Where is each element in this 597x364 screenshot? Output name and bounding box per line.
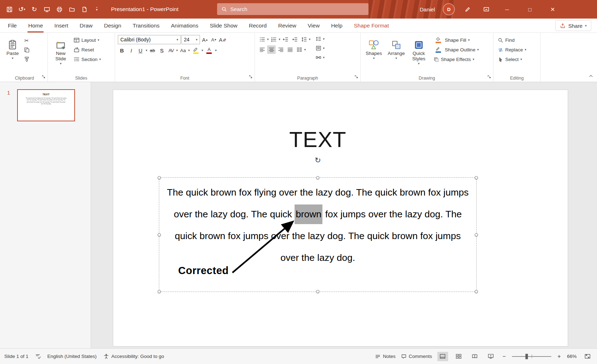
- find-button[interactable]: Find: [496, 36, 528, 45]
- undo-button[interactable]: ↺▾: [17, 4, 27, 15]
- clear-formatting-button[interactable]: A: [219, 35, 227, 44]
- tab-animations[interactable]: Animations: [165, 19, 204, 32]
- zoom-slider[interactable]: [512, 356, 551, 357]
- text-highlight-color-button[interactable]: [191, 46, 201, 55]
- shrink-font-button[interactable]: A▾: [210, 35, 218, 44]
- tab-help[interactable]: Help: [325, 19, 348, 32]
- share-button[interactable]: Share ▾: [555, 20, 591, 31]
- ink-button[interactable]: [463, 4, 473, 15]
- italic-button[interactable]: I: [127, 46, 135, 55]
- accessibility-checker[interactable]: Accessibility: Good to go: [103, 353, 164, 359]
- zoom-level[interactable]: 66%: [567, 354, 577, 359]
- zoom-in-button[interactable]: +: [557, 353, 562, 360]
- text-shadow-button[interactable]: S: [158, 46, 166, 55]
- minimize-button[interactable]: ─: [500, 0, 514, 19]
- cut-button[interactable]: ✂: [22, 36, 31, 45]
- slideshow-view-button[interactable]: [486, 352, 496, 361]
- grow-font-button[interactable]: A▴: [201, 35, 209, 44]
- reading-view-button[interactable]: [470, 352, 480, 361]
- arrange-button[interactable]: Arrange ▾: [386, 35, 407, 61]
- corrected-label[interactable]: Corrected: [178, 265, 229, 277]
- paste-button[interactable]: Paste ▾: [4, 35, 21, 61]
- slide-sorter-view-button[interactable]: [453, 352, 464, 361]
- resize-handle-bottom-right[interactable]: [475, 290, 478, 293]
- reset-button[interactable]: Reset: [72, 45, 102, 54]
- change-case-button[interactable]: Aa: [179, 46, 187, 55]
- new-document-button[interactable]: [79, 4, 89, 15]
- resize-handle-top-right[interactable]: [475, 176, 478, 180]
- slide-thumbnail[interactable]: TEXT The quick brown fox flying over the…: [17, 89, 75, 121]
- close-button[interactable]: ×: [546, 0, 560, 19]
- format-painter-button[interactable]: [22, 55, 31, 64]
- zoom-out-button[interactable]: −: [502, 353, 507, 360]
- tab-home[interactable]: Home: [22, 19, 49, 32]
- tab-transitions[interactable]: Transitions: [127, 19, 165, 32]
- present-button[interactable]: [42, 4, 52, 15]
- font-dialog-launcher[interactable]: [249, 74, 253, 80]
- resize-handle-bottom-left[interactable]: [158, 290, 161, 293]
- slide-title-text[interactable]: TEXT: [159, 127, 477, 152]
- decrease-indent-button[interactable]: [281, 35, 290, 44]
- character-spacing-button[interactable]: AV: [167, 46, 175, 55]
- font-family-select[interactable]: Calibri (Body)▾: [118, 35, 181, 44]
- drawing-dialog-launcher[interactable]: [487, 74, 491, 80]
- paragraph-dialog-launcher[interactable]: [354, 74, 358, 80]
- zoom-slider-thumb[interactable]: [525, 354, 528, 359]
- clipboard-dialog-launcher[interactable]: [41, 74, 46, 80]
- tab-record[interactable]: Record: [243, 19, 272, 32]
- bullets-button[interactable]: [258, 35, 266, 44]
- line-spacing-button[interactable]: [300, 35, 308, 44]
- resize-handle-middle-right[interactable]: [475, 233, 478, 236]
- tab-draw[interactable]: Draw: [74, 19, 98, 32]
- increase-indent-button[interactable]: [290, 35, 299, 44]
- shape-fill-button[interactable]: Shape Fill▾: [432, 36, 480, 45]
- tab-design[interactable]: Design: [98, 19, 127, 32]
- quick-styles-button[interactable]: Quick Styles ▾: [408, 35, 429, 67]
- columns-button[interactable]: [295, 45, 303, 54]
- tab-insert[interactable]: Insert: [49, 19, 74, 32]
- language-selector[interactable]: English (United States): [47, 354, 97, 359]
- strikethrough-button[interactable]: ab: [149, 46, 157, 55]
- open-folder-button[interactable]: [67, 4, 77, 15]
- numbering-button[interactable]: [270, 35, 278, 44]
- justify-button[interactable]: [286, 45, 294, 54]
- resize-handle-middle-left[interactable]: [158, 233, 161, 236]
- resize-handle-bottom-center[interactable]: [316, 290, 320, 293]
- tab-view[interactable]: View: [302, 19, 325, 32]
- shape-outline-button[interactable]: Shape Outline▾: [432, 45, 480, 54]
- collapse-ribbon-button[interactable]: [588, 74, 593, 80]
- convert-to-smartart-button[interactable]: ▾: [314, 54, 326, 61]
- align-right-button[interactable]: [276, 45, 285, 54]
- text-direction-button[interactable]: ▾: [314, 35, 326, 43]
- fit-to-window-button[interactable]: [582, 352, 593, 361]
- bold-button[interactable]: B: [118, 46, 126, 55]
- resize-handle-top-left[interactable]: [158, 176, 161, 180]
- replace-button[interactable]: Replace▾: [496, 45, 528, 54]
- save-button[interactable]: [4, 4, 14, 15]
- font-size-select[interactable]: 24▾: [181, 35, 200, 44]
- underline-button[interactable]: U: [136, 46, 145, 55]
- tab-review[interactable]: Review: [272, 19, 302, 32]
- align-left-button[interactable]: [258, 45, 266, 54]
- tab-slide-show[interactable]: Slide Show: [204, 19, 243, 32]
- layout-button[interactable]: Layout▾: [72, 36, 102, 45]
- resize-handle-top-center[interactable]: [316, 176, 320, 180]
- new-slide-button[interactable]: New Slide ▾: [51, 35, 71, 67]
- align-center-button[interactable]: [267, 45, 276, 54]
- search-input[interactable]: [230, 6, 364, 12]
- notes-button[interactable]: Notes: [375, 354, 395, 359]
- tab-shape-format[interactable]: Shape Format: [348, 19, 395, 32]
- tab-file[interactable]: File: [2, 19, 22, 32]
- copy-button[interactable]: [22, 46, 31, 54]
- maximize-button[interactable]: □: [523, 0, 537, 19]
- avatar[interactable]: D: [443, 4, 454, 15]
- font-color-button[interactable]: A: [204, 46, 214, 55]
- search-box[interactable]: [217, 3, 368, 15]
- ribbon-display-options-button[interactable]: [481, 4, 491, 15]
- quick-print-button[interactable]: [54, 4, 64, 15]
- spellcheck-button[interactable]: [35, 353, 41, 359]
- section-button[interactable]: Section▾: [72, 55, 102, 64]
- rotate-handle[interactable]: ↻: [315, 156, 321, 165]
- shape-effects-button[interactable]: Shape Effects▾: [432, 55, 480, 64]
- comments-button[interactable]: Comments: [401, 354, 432, 359]
